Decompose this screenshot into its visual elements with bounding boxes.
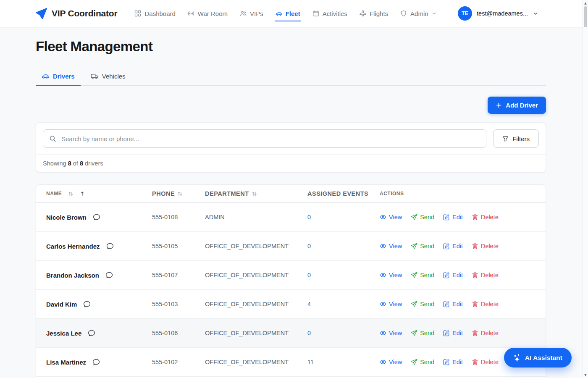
view-button[interactable]: View: [380, 330, 402, 336]
table-row: Brandon Jackson 555-0107 OFFICE_OF_DEVEL…: [36, 261, 546, 290]
driver-phone: 555-0106: [152, 330, 205, 336]
search-panel: Filters Showing 8 of 8 drivers: [36, 122, 546, 173]
driver-department: OFFICE_OF_DEVELOPMENT: [205, 301, 307, 307]
calendar-icon: [312, 10, 319, 17]
sort-ascending-icon: [80, 191, 85, 196]
app-title: VIP Coordinator: [52, 8, 117, 18]
search-input[interactable]: [43, 129, 486, 148]
driver-name: Carlos Hernandez: [46, 243, 100, 250]
driver-phone: 555-0105: [152, 243, 205, 249]
scroll-down-arrow-icon[interactable]: ▼: [583, 372, 588, 378]
driver-name: Lisa Martinez: [46, 359, 86, 366]
row-actions: View Send Edit Delete: [380, 301, 546, 307]
nav-label: VIPs: [250, 10, 263, 17]
column-header-actions: ACTIONS: [380, 191, 546, 197]
chat-button[interactable]: [93, 213, 100, 221]
toolbar: Add Driver: [36, 97, 546, 114]
truck-icon: [91, 72, 98, 80]
chat-button[interactable]: [92, 358, 100, 366]
send-icon: [411, 214, 417, 220]
driver-department: OFFICE_OF_DEVELOPMENT: [205, 359, 307, 365]
delete-button[interactable]: Delete: [472, 330, 499, 336]
send-button[interactable]: Send: [411, 272, 434, 278]
view-button[interactable]: View: [380, 243, 402, 249]
tab-drivers[interactable]: Drivers: [36, 68, 81, 85]
plus-icon: [496, 102, 502, 108]
send-button[interactable]: Send: [411, 301, 434, 307]
trash-icon: [472, 330, 478, 336]
page-title: Fleet Management: [36, 39, 546, 55]
driver-department: ADMIN: [205, 214, 307, 220]
column-header-name[interactable]: NAME: [36, 191, 152, 197]
car-icon: [276, 10, 282, 17]
edit-button[interactable]: Edit: [443, 359, 463, 365]
driver-department: OFFICE_OF_DEVELOPMENT: [205, 272, 307, 278]
nav-item-dashboard[interactable]: Dashboard: [130, 7, 180, 20]
table-header: NAME PHONE DEPARTMENT ASSIGNED EVENTS AC…: [36, 185, 546, 203]
nav-item-activities[interactable]: Activities: [308, 7, 352, 20]
name-cell: David Kim: [36, 300, 152, 308]
trash-icon: [472, 301, 478, 307]
delete-button[interactable]: Delete: [472, 214, 499, 220]
column-header-phone[interactable]: PHONE: [152, 190, 205, 197]
send-button[interactable]: Send: [411, 243, 434, 249]
user-menu[interactable]: TE test@madeames...: [458, 6, 538, 21]
send-button[interactable]: Send: [411, 214, 434, 220]
scroll-up-arrow-icon[interactable]: ▲: [583, 0, 588, 6]
delete-button[interactable]: Delete: [472, 272, 499, 278]
drivers-table: NAME PHONE DEPARTMENT ASSIGNED EVENTS AC…: [36, 184, 546, 378]
total-count: 8: [80, 160, 83, 167]
nav-label: Activities: [323, 10, 347, 17]
nav-item-flights[interactable]: Flights: [355, 7, 393, 20]
scrollbar-thumb[interactable]: [584, 6, 587, 27]
edit-button[interactable]: Edit: [443, 243, 463, 249]
delete-button[interactable]: Delete: [472, 301, 499, 307]
driver-assigned-events: 11: [307, 359, 380, 365]
edit-button[interactable]: Edit: [443, 272, 463, 278]
add-driver-button[interactable]: Add Driver: [488, 97, 546, 114]
trash-icon: [472, 214, 478, 220]
chat-button[interactable]: [83, 300, 91, 308]
chat-button[interactable]: [106, 242, 114, 250]
chat-bubble-icon: [106, 242, 114, 250]
column-header-assigned-events: ASSIGNED EVENTS: [307, 190, 380, 197]
trash-icon: [472, 359, 478, 365]
delete-button[interactable]: Delete: [472, 359, 499, 365]
chat-button[interactable]: [88, 329, 95, 337]
driver-phone: 555-0107: [152, 272, 205, 278]
eye-icon: [380, 330, 386, 336]
nav-label: Flights: [370, 10, 388, 17]
view-button[interactable]: View: [380, 214, 402, 220]
row-actions: View Send Edit Delete: [380, 243, 546, 249]
edit-button[interactable]: Edit: [443, 214, 463, 220]
sort-icon: [68, 191, 74, 197]
chat-button[interactable]: [105, 271, 113, 279]
eye-icon: [380, 272, 386, 278]
edit-icon: [443, 330, 450, 336]
add-driver-label: Add Driver: [506, 102, 538, 109]
column-header-department[interactable]: DEPARTMENT: [205, 190, 307, 197]
table-row: Lisa Martinez 555-0102 OFFICE_OF_DEVELOP…: [36, 348, 546, 377]
view-button[interactable]: View: [380, 301, 402, 307]
row-actions: View Send Edit Delete: [380, 214, 546, 220]
ai-assistant-button[interactable]: AI Assistant: [504, 348, 572, 368]
nav-item-war-room[interactable]: War Room: [183, 7, 232, 20]
view-button[interactable]: View: [380, 272, 402, 278]
paper-plane-logo-icon: [36, 8, 47, 19]
nav-item-fleet[interactable]: Fleet: [271, 7, 305, 20]
tab-vehicles[interactable]: Vehicles: [85, 68, 131, 85]
app-logo[interactable]: VIP Coordinator: [36, 8, 117, 19]
scrollbar[interactable]: ▲ ▼: [583, 0, 588, 378]
nav-item-vips[interactable]: VIPs: [235, 7, 268, 20]
driver-department: OFFICE_OF_DEVELOPMENT: [205, 330, 307, 336]
delete-button[interactable]: Delete: [472, 243, 499, 249]
view-button[interactable]: View: [380, 359, 402, 365]
send-button[interactable]: Send: [411, 330, 434, 336]
nav-item-admin[interactable]: Admin: [396, 7, 441, 20]
edit-button[interactable]: Edit: [443, 330, 463, 336]
send-button[interactable]: Send: [411, 359, 434, 365]
edit-button[interactable]: Edit: [443, 301, 463, 307]
main-content: Fleet Management Drivers Vehicles Add Dr…: [0, 27, 588, 378]
filters-button[interactable]: Filters: [493, 129, 539, 148]
chat-bubble-icon: [88, 329, 95, 337]
